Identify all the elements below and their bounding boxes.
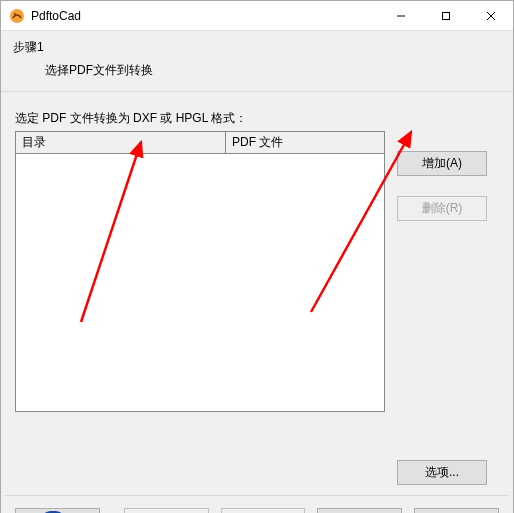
col-header-pdf-file[interactable]: PDF 文件 [225, 131, 385, 154]
step-label: 步骤1 [13, 39, 501, 56]
window-title: PdftoCad [31, 9, 81, 23]
step-header: 步骤1 选择PDF文件到转换 [1, 31, 513, 85]
refresh-button[interactable] [15, 508, 100, 514]
add-button[interactable]: 增加(A) [397, 151, 487, 176]
body-area: 选定 PDF 文件转换为 DXF 或 HPGL 格式： 目录 PDF 文件 增加… [1, 92, 513, 495]
cancel-button[interactable]: 取消 [317, 508, 402, 514]
side-buttons: 增加(A) 删除(R) [397, 131, 487, 221]
options-button[interactable]: 选项... [397, 460, 487, 485]
svg-rect-3 [442, 12, 449, 19]
titlebar: PdftoCad [1, 1, 513, 31]
remove-button: 删除(R) [397, 196, 487, 221]
table-header: 目录 PDF 文件 [15, 131, 385, 154]
maximize-button[interactable] [423, 1, 468, 30]
back-button: < 返回 [124, 508, 209, 514]
step-description: 选择PDF文件到转换 [13, 62, 501, 79]
table-body[interactable] [15, 154, 385, 412]
minimize-button[interactable] [378, 1, 423, 30]
bottom-bar: < 返回 下一步 > 取消 帮助 [1, 496, 513, 513]
help-button[interactable]: 帮助 [414, 508, 499, 514]
instruction-text: 选定 PDF 文件转换为 DXF 或 HPGL 格式： [15, 110, 499, 127]
client-area: 步骤1 选择PDF文件到转换 选定 PDF 文件转换为 DXF 或 HPGL 格… [1, 31, 513, 513]
file-table: 目录 PDF 文件 [15, 131, 385, 412]
close-button[interactable] [468, 1, 513, 30]
app-icon [9, 8, 25, 24]
svg-point-0 [10, 9, 24, 23]
col-header-directory[interactable]: 目录 [15, 131, 225, 154]
app-window: PdftoCad 步骤1 选择PDF文件到转换 选定 PDF 文件转换为 DXF… [0, 0, 514, 513]
svg-point-1 [14, 13, 16, 15]
next-button: 下一步 > [221, 508, 306, 514]
